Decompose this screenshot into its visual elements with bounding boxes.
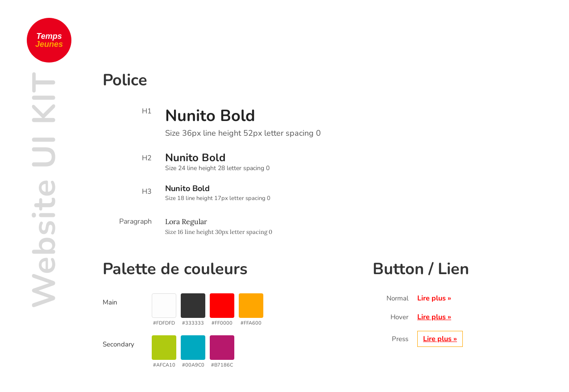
h3-font-name: Nunito Bold xyxy=(165,185,270,192)
main-swatches: #FDFDFD #333333 #FF0000 #FFA600 xyxy=(152,293,263,326)
para-font-spec: Size 16 line height 30px letter spacing … xyxy=(165,228,272,236)
h1-font-name: Nunito Bold xyxy=(165,104,321,128)
h3-desc: Nunito Bold Size 18 line height 17px let… xyxy=(165,185,270,202)
h1-desc: Nunito Bold Size 36px line height 52px l… xyxy=(165,104,321,139)
button-hover-label: Hover xyxy=(373,313,408,321)
typo-row-h2: H2 Nunito Bold Size 24 line height 28 le… xyxy=(116,151,542,172)
para-font-name: Lora Regular xyxy=(165,215,272,228)
typo-row-paragraph: Paragraph Lora Regular Size 16 line heig… xyxy=(116,215,542,236)
logo-jeunes: Jeunes xyxy=(35,40,63,48)
bottom-sections: Palette de couleurs Main #FDFDFD #333333 xyxy=(103,258,542,377)
swatch-green xyxy=(152,335,176,360)
button-table: Normal Lire plus » Hover Lire plus » Pre… xyxy=(373,293,542,347)
h2-desc: Nunito Bold Size 24 line height 28 lette… xyxy=(165,151,270,172)
button-press-label: Press xyxy=(373,334,408,343)
swatch-code-yellow: #FFA600 xyxy=(241,320,262,326)
typo-row-h1: H1 Nunito Bold Size 36px line height 52p… xyxy=(116,104,542,139)
h1-font-spec: Size 36px line height 52px letter spacin… xyxy=(165,128,321,139)
secondary-swatches: #AFCA10 #00A9C0 #B7186C xyxy=(152,335,234,368)
swatch-red xyxy=(210,293,234,318)
h2-font-spec: Size 24 line height 28 letter spacing 0 xyxy=(165,164,270,172)
swatch-code-purple: #B7186C xyxy=(211,362,233,368)
swatch-item-white: #FDFDFD xyxy=(152,293,176,326)
swatch-code-black: #333333 xyxy=(182,320,204,326)
paragraph-label: Paragraph xyxy=(116,215,152,226)
swatch-black xyxy=(181,293,205,318)
palette-main-group: Main #FDFDFD #333333 #FF0000 xyxy=(103,293,355,326)
swatch-code-green: #AFCA10 xyxy=(153,362,175,368)
swatch-purple xyxy=(210,335,234,360)
button-row-normal: Normal Lire plus » xyxy=(373,293,542,303)
para-desc: Lora Regular Size 16 line height 30px le… xyxy=(165,215,272,236)
logo-circle: Temps Jeunes xyxy=(27,18,71,63)
palette-main-label: Main xyxy=(103,293,152,307)
button-normal-label: Normal xyxy=(373,294,408,303)
police-section-title: Police xyxy=(103,69,542,91)
swatch-yellow xyxy=(239,293,263,318)
typography-table: H1 Nunito Bold Size 36px line height 52p… xyxy=(116,104,542,236)
swatch-item-purple: #B7186C xyxy=(210,335,234,368)
logo-text: Temps Jeunes xyxy=(35,32,63,48)
swatch-item-red: #FF0000 xyxy=(210,293,234,326)
watermark-text: Website UI KIT xyxy=(22,71,66,309)
button-press[interactable]: Lire plus » xyxy=(417,331,463,347)
swatch-item-green: #AFCA10 xyxy=(152,335,176,368)
h3-font-spec: Size 18 line height 17px letter spacing … xyxy=(165,194,270,202)
swatch-white xyxy=(152,293,176,318)
swatch-item-cyan: #00A9C0 xyxy=(181,335,205,368)
h2-label: H2 xyxy=(116,151,152,163)
h2-font-name: Nunito Bold xyxy=(165,151,270,164)
palette-section: Palette de couleurs Main #FDFDFD #333333 xyxy=(103,258,355,377)
swatch-item-yellow: #FFA600 xyxy=(239,293,263,326)
h1-label: H1 xyxy=(116,104,152,116)
swatch-cyan xyxy=(181,335,205,360)
palette-secondary-group: Secondary #AFCA10 #00A9C0 #B7186C xyxy=(103,335,355,368)
button-normal[interactable]: Lire plus » xyxy=(417,293,451,303)
button-row-hover: Hover Lire plus » xyxy=(373,312,542,322)
logo-area: Temps Jeunes xyxy=(27,18,71,63)
swatch-code-white: #FDFDFD xyxy=(153,320,175,326)
h3-label: H3 xyxy=(116,185,152,196)
button-hover[interactable]: Lire plus » xyxy=(417,312,451,322)
main-content: Police H1 Nunito Bold Size 36px line hei… xyxy=(103,0,569,377)
swatch-code-red: #FF0000 xyxy=(212,320,233,326)
police-section: Police H1 Nunito Bold Size 36px line hei… xyxy=(103,69,542,236)
logo-temps: Temps xyxy=(35,32,63,40)
typo-row-h3: H3 Nunito Bold Size 18 line height 17px … xyxy=(116,185,542,202)
swatch-item-black: #333333 xyxy=(181,293,205,326)
swatch-code-cyan: #00A9C0 xyxy=(182,362,204,368)
button-section: Button / Lien Normal Lire plus » Hover L… xyxy=(355,258,542,377)
button-row-press: Press Lire plus » xyxy=(373,331,542,347)
button-section-title: Button / Lien xyxy=(373,258,542,280)
palette-secondary-label: Secondary xyxy=(103,335,152,349)
palette-section-title: Palette de couleurs xyxy=(103,258,355,280)
